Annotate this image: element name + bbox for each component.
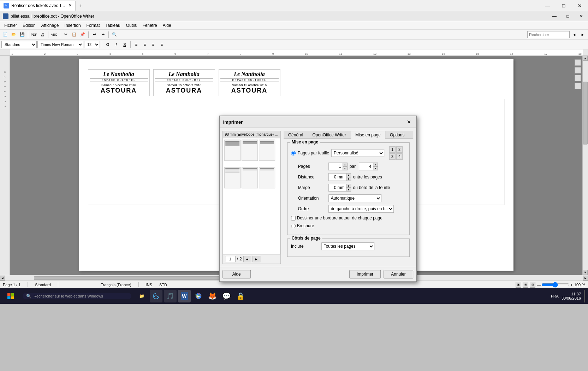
checkbox-dessiner[interactable] xyxy=(291,216,296,220)
btn-annuler[interactable]: Annuler xyxy=(384,270,413,278)
input-marge[interactable] xyxy=(328,184,346,192)
spinbox-distance-up[interactable]: ▲ xyxy=(346,173,351,177)
preview-prev-btn[interactable]: ◄ xyxy=(243,256,251,262)
number-2[interactable]: 2 xyxy=(396,146,403,153)
input-distance[interactable] xyxy=(328,173,346,181)
taskbar-search[interactable]: 🔍 Rechercher sur le web et dans Windows xyxy=(20,290,134,302)
view-normal-btn[interactable]: ▣ xyxy=(516,282,521,288)
zoom-slider[interactable] xyxy=(541,283,570,287)
tab-general[interactable]: Général xyxy=(284,131,308,139)
search-input[interactable] xyxy=(527,31,570,38)
taskbar-app8[interactable]: 🔒 xyxy=(234,290,247,302)
spinbox-par-up[interactable]: ▲ xyxy=(373,163,378,166)
align-center-btn[interactable]: ≡ xyxy=(141,41,149,48)
select-inclure[interactable]: Toutes les pages Pages recto Pages verso xyxy=(321,242,374,250)
align-left-btn[interactable]: ≡ xyxy=(132,41,140,48)
lo-maximize-btn[interactable]: □ xyxy=(561,11,575,21)
select-pages-par-feuille[interactable]: Personnalisé 1 2 4 6 xyxy=(331,149,384,157)
spinbox-pages-up[interactable]: ▲ xyxy=(343,163,348,166)
menu-format[interactable]: Format xyxy=(84,22,103,29)
select-ordre[interactable]: de gauche à droite, puis en bas de haut … xyxy=(328,205,394,213)
copy-btn[interactable]: 📋 xyxy=(70,31,78,39)
menu-insertion[interactable]: Insertion xyxy=(62,22,84,29)
browser-minimize-btn[interactable]: — xyxy=(539,0,556,11)
size-select[interactable]: 12 xyxy=(84,41,100,48)
spinbox-par-down[interactable]: ▼ xyxy=(373,166,378,170)
scroll-thumb[interactable] xyxy=(583,82,588,145)
taskbar-app3[interactable]: 🎵 xyxy=(164,290,177,302)
underline-btn[interactable]: S xyxy=(121,41,129,48)
input-par[interactable] xyxy=(359,163,373,170)
side-panel-btn-3[interactable] xyxy=(575,75,581,81)
side-panel-btn-2[interactable] xyxy=(575,67,581,73)
open-btn[interactable]: 📂 xyxy=(10,31,18,39)
side-panel-btn-1[interactable] xyxy=(575,59,581,66)
btn-imprimer[interactable]: Imprimer xyxy=(349,270,381,278)
dialog-close-btn[interactable]: ✕ xyxy=(405,118,412,125)
scroll-right-btn[interactable]: ► xyxy=(583,276,588,281)
preview-next-btn[interactable]: ► xyxy=(253,256,260,262)
style-select[interactable]: Standard xyxy=(1,41,37,48)
view-web-btn[interactable]: ⊞ xyxy=(523,282,528,288)
tab-openoffice[interactable]: OpenOffice Writer xyxy=(308,131,351,139)
scroll-left-btn[interactable]: ◄ xyxy=(0,276,5,281)
lo-close-btn[interactable]: ✕ xyxy=(575,11,588,21)
menu-aide[interactable]: Aide xyxy=(160,22,174,29)
spinbox-pages-down[interactable]: ▼ xyxy=(343,166,348,170)
bold-btn[interactable]: G xyxy=(104,41,112,48)
taskbar-firefox[interactable]: 🦊 xyxy=(206,290,219,302)
start-button[interactable] xyxy=(3,290,18,302)
side-panel-btn-4[interactable] xyxy=(575,83,581,89)
taskbar-chrome[interactable] xyxy=(192,290,205,302)
print-btn[interactable]: 🖨 xyxy=(38,31,46,39)
search-prev-btn[interactable]: ◄ xyxy=(570,31,578,39)
browser-tab-close[interactable]: ✕ xyxy=(69,3,72,8)
taskbar-edge[interactable] xyxy=(150,290,162,302)
number-4[interactable]: 4 xyxy=(396,153,403,160)
undo-btn[interactable]: ↩ xyxy=(90,31,98,39)
number-1[interactable]: 1 xyxy=(389,146,396,153)
paste-btn[interactable]: 📌 xyxy=(79,31,87,39)
tab-mise-en-page[interactable]: Mise en page xyxy=(351,131,385,139)
search-next-btn[interactable]: ► xyxy=(579,31,587,39)
save-btn[interactable]: 💾 xyxy=(18,31,26,39)
align-justify-btn[interactable]: ≡ xyxy=(158,41,166,48)
lo-minimize-btn[interactable]: — xyxy=(548,11,561,21)
font-select[interactable]: Times New Roman xyxy=(37,41,83,48)
browser-maximize-btn[interactable]: □ xyxy=(556,0,572,11)
radio-brochure-input[interactable] xyxy=(291,224,296,228)
right-scrollbar[interactable]: ▲ ▼ xyxy=(582,56,588,275)
spell-btn[interactable]: ABC xyxy=(50,31,58,39)
btn-aide[interactable]: Aide xyxy=(222,270,251,278)
new-btn[interactable]: 📄 xyxy=(1,31,9,39)
find-btn[interactable]: 🔍 xyxy=(111,31,118,39)
radio-pages-par-feuille-input[interactable] xyxy=(291,151,296,155)
spinbox-marge-down[interactable]: ▼ xyxy=(346,188,351,192)
tab-options[interactable]: Options xyxy=(385,131,409,139)
menu-outils[interactable]: Outils xyxy=(123,22,140,29)
align-right-btn[interactable]: ≡ xyxy=(149,41,157,48)
scroll-down-btn[interactable]: ▼ xyxy=(583,270,588,275)
pdf-btn[interactable]: PDF xyxy=(30,31,38,39)
italic-btn[interactable]: I xyxy=(112,41,120,48)
menu-affichage[interactable]: Affichage xyxy=(38,22,62,29)
cut-btn[interactable]: ✂ xyxy=(62,31,70,39)
menu-tableau[interactable]: Tableau xyxy=(103,22,123,29)
spinbox-marge-up[interactable]: ▲ xyxy=(346,184,351,188)
taskbar-word[interactable]: W xyxy=(178,290,191,302)
taskbar-app7[interactable]: 💬 xyxy=(220,290,233,302)
browser-tab[interactable]: ✎ Réaliser des tickets avec T... ✕ xyxy=(0,1,76,11)
menu-fichier[interactable]: Fichier xyxy=(1,22,20,29)
spinbox-distance-down[interactable]: ▼ xyxy=(346,177,351,181)
view-full-btn[interactable]: ⊡ xyxy=(530,282,535,288)
menu-fenetre[interactable]: Fenêtre xyxy=(139,22,160,29)
preview-page-input[interactable] xyxy=(225,256,236,262)
number-3[interactable]: 3 xyxy=(389,153,396,160)
browser-close-btn[interactable]: ✕ xyxy=(572,0,588,11)
taskbar-files[interactable]: 📁 xyxy=(136,290,148,302)
menu-edition[interactable]: Édition xyxy=(20,22,38,29)
scroll-up-btn[interactable]: ▲ xyxy=(583,56,588,61)
redo-btn[interactable]: ↪ xyxy=(99,31,107,39)
scroll-track[interactable] xyxy=(583,61,588,270)
select-orientation[interactable]: Automatique Portrait Paysage xyxy=(328,194,381,202)
